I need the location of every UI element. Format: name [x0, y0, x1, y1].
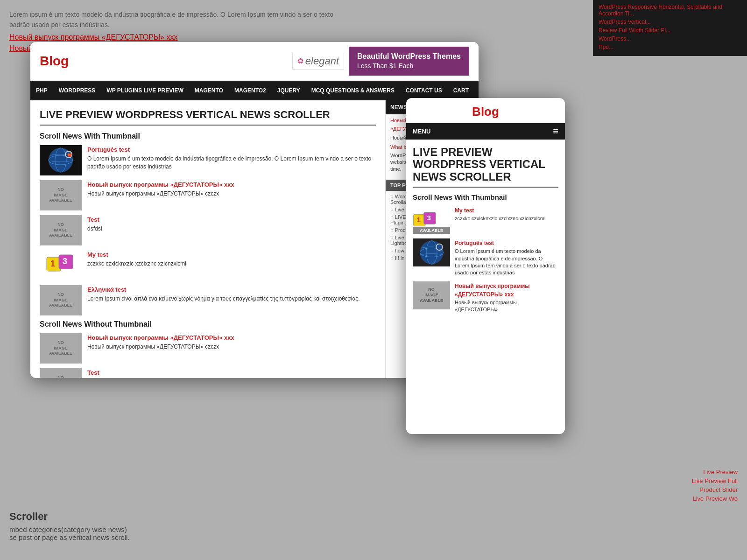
news-link-3[interactable]: Test [87, 216, 99, 223]
news-desc-1: O Lorem Ipsum é um texto modelo da indús… [87, 155, 376, 171]
news-text-1: Português test O Lorem Ipsum é um texto … [87, 145, 376, 171]
mobile-news-link-1[interactable]: My test [455, 207, 474, 214]
bg-bottom-heading: Scroller [9, 511, 48, 523]
section2-title: Scroll News Without Thumbnail [40, 320, 376, 329]
mobile-nav: MENU ≡ [406, 123, 565, 140]
news-text-4: My test zczxkc czxlcknxzlc xzclxznc xzlc… [87, 250, 186, 268]
svg-text:1: 1 [50, 259, 55, 268]
mobile-news-link-2[interactable]: Português test [455, 240, 494, 246]
mobile-section-title: Scroll News With Thumbnail [413, 193, 558, 201]
news-text-7: Test dsfdsf [87, 368, 102, 378]
news-link-4[interactable]: My test [87, 251, 108, 258]
news-item-1: 🍎 Português test O Lorem Ipsum é um text… [40, 145, 376, 175]
elegant-text: elegant [305, 55, 339, 67]
news-desc-5: Lorem Ipsum είναι απλά ένα κείμενο χωρίς… [87, 295, 359, 303]
mobile-page-title: LIVE PREVIEW WORDPRESS VERTICAL NEWS SCR… [413, 146, 558, 183]
nav-magento[interactable]: MAGENTO [189, 81, 229, 100]
mobile-menu-label: MENU [413, 123, 430, 140]
mobile-news-link-3[interactable]: Новый выпуск программы «ДЕГУСТАТОРЫ» xxx [455, 283, 530, 298]
svg-text:🍎: 🍎 [67, 152, 72, 157]
thumb-globe: 🍎 [40, 145, 82, 175]
news-item-3: NOIMAGEAVAILABLE Test dsfdsf [40, 215, 376, 245]
mobile-news-item-3: NOIMAGEAVAILABLE Новый выпуск программы … [413, 281, 558, 314]
news-text-2: Новый выпуск программы «ДЕГУСТАТОРЫ» xxx… [87, 180, 234, 198]
elegant-star: ✿ [297, 56, 303, 65]
bottom-right-link-3[interactable]: Product Slider [692, 486, 738, 493]
news-text-5: Ελληνικά test Lorem Ipsum είναι απλά ένα… [87, 285, 359, 303]
bottom-right-links: Live Preview Live Preview Full Product S… [692, 469, 738, 504]
content-area: LIVE PREVIEW WORDPRESS VERTICAL NEWS SCR… [30, 100, 385, 378]
right-panel-link-5[interactable]: Про... [599, 44, 741, 50]
thumb-dice: 1 3 [40, 250, 82, 280]
main-header: Blog ✿ elegant Beautiful WordPress Theme… [30, 42, 479, 81]
right-panel-link-4[interactable]: WordPress... [599, 35, 741, 42]
news-item-6: NOIMAGEAVAILABLE Новый выпуск программы … [40, 333, 376, 364]
mobile-thumb-no-image: NOIMAGEAVAILABLE [413, 281, 450, 309]
thumb-no-image-7: NOIMAGEAVAILABLE [40, 368, 82, 378]
nav-php[interactable]: PHP [30, 81, 53, 100]
svg-text:1: 1 [416, 216, 421, 224]
nav-magento2[interactable]: MAGENTO2 [229, 81, 272, 100]
news-desc-6: Новый выпуск программы «ДЕГУСТАТОРЫ» czc… [87, 343, 234, 351]
right-panel-link-3[interactable]: Review Full Width Slider Pl... [599, 27, 741, 34]
hamburger-icon[interactable]: ≡ [553, 126, 558, 137]
thumb-no-image-5: NOIMAGEAVAILABLE [40, 285, 82, 315]
mobile-thumb-wrapper-1: 1 3 AVAILABLE [413, 206, 450, 234]
nav-wordpress[interactable]: WORDPRESS [53, 81, 101, 100]
main-nav: PHP WORDPRESS WP PLUGINS LIVE PREVIEW MA… [30, 81, 479, 100]
news-link-6[interactable]: Новый выпуск программы «ДЕГУСТАТОРЫ» xxx [87, 334, 234, 341]
bg-bottom-sub1: mbed categories(category wise news) se p… [9, 525, 130, 541]
right-panel-link-1[interactable]: WordPress Responsive Horizontal, Scrolla… [599, 4, 741, 17]
mobile-header: Blog [406, 98, 565, 123]
nav-mcq[interactable]: MCQ QUESTIONS & ANSWERS [306, 81, 400, 100]
elegant-tagline: Beautiful WordPress Themes Less Than $1 … [349, 47, 469, 76]
bottom-right-link-4[interactable]: Live Preview Wo [692, 495, 738, 502]
svg-point-18 [437, 245, 442, 250]
thumb-no-image-3: NOIMAGEAVAILABLE [40, 215, 82, 245]
right-panel-link-2[interactable]: WordPress Vertical... [599, 19, 741, 25]
news-desc-3: dsfdsf [87, 225, 102, 233]
thumb-no-image-6: NOIMAGEAVAILABLE [40, 333, 82, 364]
svg-text:3: 3 [63, 257, 67, 266]
news-text-6: Новый выпуск программы «ДЕГУСТАТОРЫ» xxx… [87, 333, 234, 351]
mobile-content: LIVE PREVIEW WORDPRESS VERTICAL NEWS SCR… [406, 140, 565, 429]
mobile-news-text-2: Português test O Lorem Ipsum é um texto … [455, 238, 558, 277]
nav-cart[interactable]: CART [448, 81, 474, 100]
thumb-no-image-2: NOIMAGEAVAILABLE [40, 180, 82, 210]
mobile-news-item-2: Português test O Lorem Ipsum é um texto … [413, 238, 558, 277]
news-desc-2: Новый выпуск программы «ДЕГУСТАТОРЫ» czc… [87, 190, 234, 198]
news-link-1[interactable]: Português test [87, 146, 130, 153]
news-desc-4: zczxkc czxlcknxzlc xzclxznc xzlcnzxlcml [87, 260, 186, 268]
mobile-thumb-globe [413, 238, 450, 266]
nav-contact[interactable]: CONTACT US [400, 81, 448, 100]
news-item-2: NOIMAGEAVAILABLE Новый выпуск программы … [40, 180, 376, 210]
elegant-tagline-line1: Beautiful WordPress Themes [357, 51, 461, 62]
news-link-5[interactable]: Ελληνικά test [87, 286, 126, 293]
bottom-right-link-1[interactable]: Live Preview [692, 469, 738, 476]
news-item-5: NOIMAGEAVAILABLE Ελληνικά test Lorem Ips… [40, 285, 376, 315]
news-link-2[interactable]: Новый выпуск программы «ДЕГУСТАТОРЫ» xxx [87, 181, 234, 188]
mobile-news-desc-3: Новый выпуск программы «ДЕГУСТАТОРЫ» [455, 299, 558, 314]
mobile-news-item-1: 1 3 AVAILABLE My test zczxkc czxlcknxzlc… [413, 206, 558, 234]
bottom-right-link-2[interactable]: Live Preview Full [692, 477, 738, 484]
elegant-tagline-line2: Less Than $1 Each [357, 62, 413, 70]
bg-text: Lorem ipsum é um texto modelo da indústr… [9, 9, 336, 30]
elegant-logo: ✿ elegant [292, 53, 344, 70]
svg-text:3: 3 [427, 214, 430, 222]
mobile-news-desc-1: zczxkc czxlcknxzlc xzclxznc xzlcnzxlcml [455, 215, 545, 222]
news-item-4: 1 3 My test zczxkc czxlcknxzlc xzclxznc … [40, 250, 376, 280]
mobile-blog-title: Blog [411, 105, 560, 119]
news-text-3: Test dsfdsf [87, 215, 102, 233]
mobile-news-text-1: My test zczxkc czxlcknxzlc xzclxznc xzlc… [455, 206, 545, 222]
right-panel-links: WordPress Responsive Horizontal, Scrolla… [599, 4, 741, 50]
nav-jquery[interactable]: JQUERY [272, 81, 306, 100]
section1-title: Scroll News With Thumbnail [40, 132, 376, 140]
mobile-browser-window: Blog MENU ≡ LIVE PREVIEW WORDPRESS VERTI… [406, 98, 565, 434]
right-side-panel: WordPress Responsive Horizontal, Scrolla… [593, 0, 747, 56]
mobile-news-desc-2: O Lorem Ipsum é um texto modelo da indús… [455, 248, 558, 277]
nav-wp-plugins[interactable]: WP PLUGINS LIVE PREVIEW [101, 81, 189, 100]
title-divider [40, 125, 376, 126]
news-link-7[interactable]: Test [87, 369, 99, 376]
mobile-available-label: AVAILABLE [413, 227, 450, 234]
news-item-7: NOIMAGEAVAILABLE Test dsfdsf [40, 368, 376, 378]
